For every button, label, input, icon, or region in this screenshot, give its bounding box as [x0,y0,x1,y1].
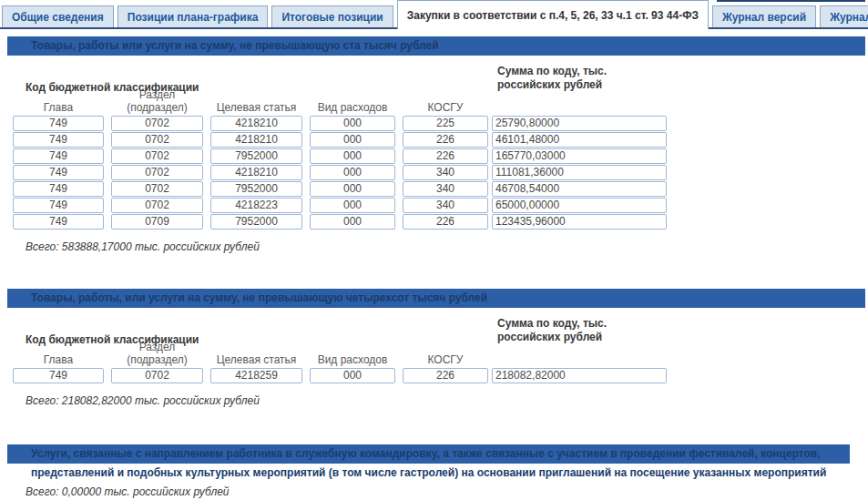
section1-header-block: Код бюджетной классификации Сумма по код… [7,56,865,99]
column-headers: Глава Раздел (подраздел) Целевая статья … [13,352,865,366]
summa-field[interactable]: 65000,00000 [492,198,667,213]
section2-total: Всего: 218082,82000 тыс. российских рубл… [26,394,865,408]
tselevaya-statya-field[interactable]: 4218210 [210,116,302,131]
cropped-toolbar-edge [717,0,865,2]
summa-field[interactable]: 218082,82000 [492,368,667,383]
section2-title-banner: Товары, работы, или услуги на сумму, не … [7,289,865,308]
tab-plan-schedule-positions[interactable]: Позиции плана-графика [117,5,269,29]
kbk-row: 749 0702 7952000 000 340 46708,54000 [13,181,865,197]
col-header-tselevaya-statya: Целевая статья [210,353,302,366]
summa-field[interactable]: 165770,03000 [492,148,667,164]
kosgu-field[interactable]: 226 [403,368,488,383]
tab-general-info[interactable]: Общие сведения [2,5,114,29]
tselevaya-statya-field[interactable]: 7952000 [210,181,302,197]
kbk-row: 749 0702 4218210 000 226 46101,48000 [13,132,865,148]
col-header-glava: Глава [13,353,104,366]
tab-event-log[interactable]: Журнал событий [820,5,868,29]
col-header-glava: Глава [13,101,104,114]
sum-by-code-label: Сумма по коду, тыс. российских рублей [497,65,643,92]
vid-rashodov-field[interactable]: 000 [310,165,395,180]
tselevaya-statya-field[interactable]: 4218259 [210,368,302,383]
kosgu-field[interactable]: 340 [403,198,488,213]
razdel-field[interactable]: 0702 [111,198,203,213]
kbk-row: 749 0702 4218210 000 340 111081,36000 [13,165,865,180]
summa-field[interactable]: 111081,36000 [492,165,667,180]
kosgu-field[interactable]: 340 [403,165,488,180]
section1-kbk-grid: Глава Раздел (подраздел) Целевая статья … [13,99,865,230]
summa-field[interactable]: 123435,96000 [492,214,667,230]
razdel-field[interactable]: 0702 [111,165,203,180]
section3-total: Всего: 0,00000 тыс. российских рублей [26,485,865,499]
sum-by-code-label: Сумма по коду, тыс. российских рублей [497,317,643,344]
col-header-kosgu: КОСГУ [403,101,488,114]
vid-rashodov-field[interactable]: 000 [310,368,395,383]
glava-field[interactable]: 749 [13,198,104,213]
purchases-93-panel: Товары, работы или услуги на сумму, не п… [0,36,868,499]
razdel-field[interactable]: 0702 [111,116,203,131]
kbk-row: 749 0702 4218223 000 340 65000,00000 [13,198,865,213]
tab-purchases-93-44fz[interactable]: Закупки в соответствии с п.4, 5, 26, 33 … [397,0,709,29]
glava-field[interactable]: 749 [13,116,104,131]
razdel-field[interactable]: 0702 [111,368,203,383]
col-header-vid-rashodov: Вид расходов [310,101,395,114]
kosgu-field[interactable]: 226 [403,132,488,148]
vid-rashodov-field[interactable]: 000 [310,148,395,164]
tselevaya-statya-field[interactable]: 7952000 [210,148,302,164]
tselevaya-statya-field[interactable]: 4218223 [210,198,302,213]
vid-rashodov-field[interactable]: 000 [310,116,395,131]
kbk-row: 749 0702 4218259 000 226 218082,82000 [13,368,865,383]
vid-rashodov-field[interactable]: 000 [310,198,395,213]
tab-strip: Общие сведения Позиции плана-графика Ито… [0,0,868,29]
vid-rashodov-field[interactable]: 000 [310,132,395,148]
col-header-vid-rashodov: Вид расходов [310,353,395,366]
razdel-field[interactable]: 0702 [111,148,203,164]
kbk-row: 749 0702 7952000 000 226 165770,03000 [13,148,865,164]
budget-classification-code-label: Код бюджетной классификации [26,81,199,94]
tab-version-log[interactable]: Журнал версий [712,5,816,29]
razdel-field[interactable]: 0709 [111,214,203,230]
glava-field[interactable]: 749 [13,181,104,197]
tselevaya-statya-field[interactable]: 4218210 [210,132,302,148]
section2-header-block: Код бюджетной классификации Сумма по код… [7,308,865,352]
razdel-field[interactable]: 0702 [111,181,203,197]
summa-field[interactable]: 46708,54000 [492,181,667,197]
tab-total-positions[interactable]: Итоговые позиции [271,5,393,29]
glava-field[interactable]: 749 [13,214,104,230]
kosgu-field[interactable]: 226 [403,214,488,230]
kbk-row: 749 0702 4218210 000 225 25790,80000 [13,116,865,131]
section2-kbk-grid: Глава Раздел (подраздел) Целевая статья … [13,352,865,383]
vid-rashodov-field[interactable]: 000 [310,214,395,230]
col-header-tselevaya-statya: Целевая статья [210,101,302,114]
kosgu-field[interactable]: 225 [403,116,488,131]
glava-field[interactable]: 749 [13,165,104,180]
section3-title-text: Услуги, связанные с направлением работни… [7,444,865,483]
tselevaya-statya-field[interactable]: 4218210 [210,165,302,180]
vid-rashodov-field[interactable]: 000 [310,181,395,197]
col-header-kosgu: КОСГУ [403,353,488,366]
razdel-field[interactable]: 0702 [111,132,203,148]
column-headers: Глава Раздел (подраздел) Целевая статья … [13,99,865,114]
glava-field[interactable]: 749 [13,148,104,164]
glava-field[interactable]: 749 [13,132,104,148]
tselevaya-statya-field[interactable]: 7952000 [210,214,302,230]
kosgu-field[interactable]: 340 [403,181,488,197]
summa-field[interactable]: 46101,48000 [492,132,667,148]
section3-title-banner: Услуги, связанные с направлением работни… [7,444,865,483]
section1-title-banner: Товары, работы или услуги на сумму, не п… [7,36,865,56]
budget-classification-code-label: Код бюджетной классификации [26,333,199,346]
kbk-row: 749 0709 7952000 000 226 123435,96000 [13,214,865,230]
glava-field[interactable]: 749 [13,368,104,383]
tab-bar: Общие сведения Позиции плана-графика Ито… [0,0,868,29]
summa-field[interactable]: 25790,80000 [492,116,667,131]
kosgu-field[interactable]: 226 [403,148,488,164]
section1-total: Всего: 583888,17000 тыс. российских рубл… [26,240,865,254]
